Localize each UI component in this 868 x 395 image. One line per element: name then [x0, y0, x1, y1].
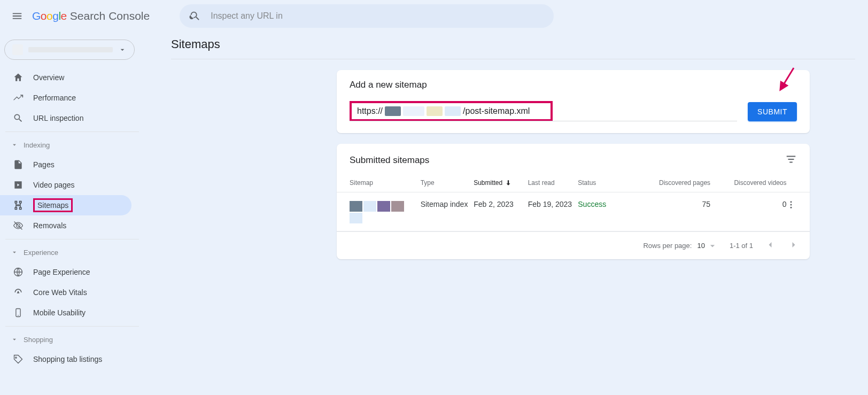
- nav-performance[interactable]: Performance: [0, 88, 131, 108]
- cell-type: Sitemap index: [421, 200, 474, 208]
- row-menu-button[interactable]: [786, 200, 797, 211]
- cell-submitted: Feb 2, 2023: [474, 200, 528, 208]
- nav-shopping-listings[interactable]: Shopping tab listings: [0, 349, 131, 369]
- section-label: Experience: [24, 249, 58, 257]
- cell-disc-pages: 75: [638, 200, 710, 208]
- main-content: Sitemaps Add a new sitemap https:// /pos…: [171, 37, 855, 270]
- cell-last-read: Feb 19, 2023: [528, 200, 578, 208]
- section-experience[interactable]: Experience: [0, 243, 139, 262]
- nav-video-pages[interactable]: Video pages: [0, 175, 131, 195]
- chevron-down-icon: [707, 241, 718, 251]
- nav-pages[interactable]: Pages: [0, 154, 131, 175]
- divider: [5, 326, 139, 327]
- url-suffix: /post-sitemap.xml: [463, 106, 530, 116]
- redacted-segment: [403, 106, 424, 116]
- filter-button[interactable]: [785, 153, 797, 167]
- rows-per-page-value: 10: [697, 242, 704, 250]
- nav-label: Page Experience: [33, 268, 90, 276]
- video-page-icon: [13, 180, 24, 190]
- section-label: Shopping: [24, 336, 53, 344]
- nav-mobile-usability[interactable]: Mobile Usability: [0, 303, 131, 323]
- nav-label: Overview: [33, 73, 64, 82]
- col-submitted-label: Submitted: [474, 179, 502, 187]
- svg-point-4: [790, 204, 792, 206]
- hamburger-menu-button[interactable]: [6, 5, 28, 27]
- section-label: Indexing: [24, 141, 50, 149]
- sitemap-name-redacted: [350, 200, 406, 223]
- nav-label: Core Web Vitals: [33, 288, 87, 297]
- section-shopping[interactable]: Shopping: [0, 330, 139, 349]
- rows-per-page-label: Rows per page:: [643, 242, 692, 250]
- filter-icon: [785, 153, 797, 165]
- nav-label: Removals: [33, 221, 66, 230]
- svg-point-3: [790, 201, 792, 203]
- brand-logo: Google Search Console: [32, 10, 150, 22]
- table-pager: Rows per page: 10 1-1 of 1: [337, 231, 810, 259]
- speed-icon: [13, 287, 24, 298]
- nav-label: Shopping tab listings: [33, 355, 102, 363]
- nav-label: Pages: [33, 160, 55, 169]
- property-favicon: [12, 44, 23, 55]
- col-type[interactable]: Type: [421, 179, 474, 187]
- submitted-sitemaps-card: Submitted sitemaps Sitemap Type Submitte…: [337, 144, 810, 259]
- magnifier-icon: [13, 113, 24, 123]
- col-disc-videos[interactable]: Discovered videos: [710, 179, 786, 187]
- property-selector[interactable]: [4, 40, 135, 60]
- svg-point-2: [18, 315, 19, 316]
- eye-off-icon: [13, 220, 24, 231]
- sitemap-url-input-area[interactable]: https:// /post-sitemap.xml: [350, 101, 737, 121]
- sidebar: Overview Performance URL inspection Inde…: [0, 32, 139, 369]
- nav-label: Sitemaps: [33, 198, 73, 212]
- page-title: Sitemaps: [171, 37, 855, 51]
- nav-removals[interactable]: Removals: [0, 215, 131, 236]
- col-last-read[interactable]: Last read: [528, 179, 578, 187]
- tag-icon: [13, 354, 24, 365]
- nav-core-web-vitals[interactable]: Core Web Vitals: [0, 282, 131, 303]
- submit-button[interactable]: SUBMIT: [748, 102, 797, 121]
- chevron-down-icon: [11, 249, 18, 256]
- col-submitted[interactable]: Submitted: [474, 179, 528, 187]
- chevron-down-icon: [118, 45, 127, 54]
- nav-label: Video pages: [33, 181, 75, 189]
- table-row[interactable]: Sitemap index Feb 2, 2023 Feb 19, 2023 S…: [337, 192, 810, 231]
- google-logo: Google: [32, 10, 67, 22]
- add-sitemap-card: Add a new sitemap https:// /post-sitemap…: [337, 70, 810, 133]
- col-status[interactable]: Status: [578, 179, 638, 187]
- home-icon: [13, 72, 24, 83]
- url-inspect-input[interactable]: [211, 11, 544, 21]
- property-name-redacted: [28, 47, 113, 52]
- nav-page-experience[interactable]: Page Experience: [0, 262, 131, 282]
- prev-page-button[interactable]: [765, 239, 776, 252]
- redacted-segment: [445, 106, 461, 116]
- divider: [5, 131, 139, 132]
- col-disc-pages[interactable]: Discovered pages: [638, 179, 710, 187]
- chevron-right-icon: [788, 239, 799, 250]
- menu-icon: [11, 10, 23, 22]
- sort-desc-icon: [505, 179, 512, 187]
- url-inspect-search[interactable]: [180, 4, 554, 28]
- section-indexing[interactable]: Indexing: [0, 135, 139, 154]
- page-icon: [13, 159, 24, 170]
- next-page-button[interactable]: [788, 239, 799, 252]
- more-vert-icon: [786, 200, 796, 210]
- page-range: 1-1 of 1: [730, 242, 753, 250]
- url-prefix: https://: [357, 106, 383, 116]
- nav-url-inspection[interactable]: URL inspection: [0, 108, 131, 128]
- nav-label: Performance: [33, 94, 76, 102]
- col-sitemap[interactable]: Sitemap: [350, 179, 421, 187]
- table-header: Sitemap Type Submitted Last read Status …: [337, 175, 810, 192]
- nav-sitemaps[interactable]: Sitemaps: [0, 195, 131, 215]
- nav-label: Mobile Usability: [33, 308, 86, 317]
- redacted-segment: [427, 106, 443, 116]
- sitemap-icon: [13, 200, 24, 211]
- chevron-down-icon: [11, 336, 18, 343]
- search-icon: [189, 10, 201, 22]
- chevron-down-icon: [11, 141, 18, 149]
- top-header: Google Search Console: [0, 0, 868, 32]
- divider: [5, 239, 139, 239]
- rows-per-page-select[interactable]: 10: [697, 241, 717, 251]
- globe-icon: [13, 267, 24, 277]
- mobile-icon: [13, 307, 24, 318]
- redacted-segment: [385, 106, 401, 116]
- nav-overview[interactable]: Overview: [0, 67, 131, 88]
